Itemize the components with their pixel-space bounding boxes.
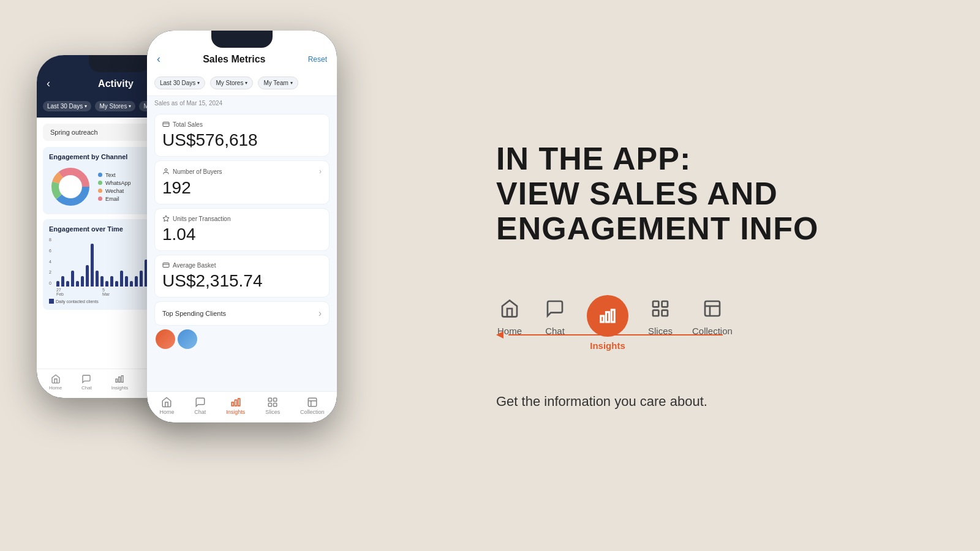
avatar-row	[154, 329, 330, 349]
filter-last30[interactable]: Last 30 Days ▾	[43, 101, 91, 111]
svg-rect-31	[662, 301, 668, 307]
nav-insights-back[interactable]: Insights	[111, 374, 129, 391]
channel-legend: Text WhatsApp Wechat	[98, 172, 131, 202]
reset-button[interactable]: Reset	[308, 55, 327, 64]
buyers-icon	[162, 168, 170, 175]
svg-marker-36	[496, 331, 503, 339]
bar	[135, 276, 138, 287]
back-button-activity[interactable]: ‹	[47, 77, 50, 90]
bar	[130, 281, 133, 287]
svg-rect-26	[308, 398, 317, 407]
metric-header-basket: Average Basket	[162, 261, 322, 269]
headline-line2b: ENGAGEMENT INFO	[496, 211, 818, 246]
bar	[105, 281, 108, 287]
sales-bottom-nav: Home Chat Insights Slices Collection	[147, 391, 337, 422]
nav-home-back[interactable]: Home	[49, 374, 62, 391]
filter-stores[interactable]: My Stores ▾	[95, 101, 135, 111]
svg-rect-6	[119, 377, 121, 383]
svg-rect-32	[653, 310, 658, 316]
svg-point-4	[59, 176, 81, 198]
nav-collection-front[interactable]: Collection	[300, 397, 325, 415]
sales-filter-bar: Last 30 Days ▾ My Stores ▾ My Team ▾	[147, 72, 337, 96]
bar	[66, 281, 69, 287]
legend-text: Text	[98, 172, 131, 178]
collection-icon-large	[703, 299, 722, 318]
nav-home-front[interactable]: Home	[159, 397, 174, 415]
svg-rect-30	[653, 301, 658, 307]
basket-icon	[162, 261, 170, 269]
nav-chat-front[interactable]: Chat	[194, 397, 206, 415]
units-icon	[162, 215, 170, 222]
insights-icon-large	[598, 307, 617, 325]
bar	[110, 276, 113, 287]
legend-email: Email	[98, 196, 131, 202]
metric-value-total: US$576,618	[162, 130, 322, 150]
svg-rect-17	[163, 263, 169, 268]
nav-insights-front[interactable]: Insights	[226, 397, 245, 415]
buyers-chevron: ›	[319, 167, 322, 176]
svg-point-15	[165, 169, 167, 171]
svg-rect-24	[268, 403, 271, 407]
text-section: IN THE APP: VIEW SALES AND ENGAGEMENT IN…	[459, 0, 980, 551]
top-spending-card[interactable]: Top Spending Clients ›	[154, 301, 330, 326]
svg-rect-21	[238, 399, 239, 406]
metric-header-units: Units per Transaction	[162, 215, 322, 222]
phones-section: ‹ Activity Last 30 Days ▾ My Stores ▾ My…	[0, 0, 459, 551]
metric-buyers[interactable]: Number of Buyers › 192	[154, 160, 330, 204]
bar	[76, 281, 79, 287]
top-spending-label: Top Spending Clients	[162, 310, 226, 317]
arrow-line	[496, 326, 723, 344]
metric-label-total: Total Sales	[162, 121, 203, 128]
back-button-sales[interactable]: ‹	[157, 53, 160, 66]
chat-icon-back	[81, 374, 91, 384]
sales-filter-stores[interactable]: My Stores ▾	[210, 77, 253, 89]
svg-rect-20	[235, 400, 236, 406]
legend-dot-wechat	[98, 189, 102, 193]
nav-large-collection-icon	[699, 295, 726, 322]
bar	[120, 271, 123, 287]
nav-large-chat-icon	[541, 295, 568, 322]
chart-legend-dot	[49, 299, 54, 304]
svg-rect-5	[116, 379, 118, 382]
bar	[71, 271, 74, 287]
legend-dot-text	[98, 173, 102, 177]
bar	[96, 271, 99, 287]
collection-icon-front	[307, 397, 318, 408]
svg-rect-34	[705, 301, 720, 316]
metric-value-units: 1.04	[162, 225, 322, 244]
bar	[56, 281, 59, 287]
sales-title: Sales Metrics	[203, 54, 265, 65]
sales-screen: ‹ Sales Metrics Reset Last 30 Days ▾ My …	[147, 31, 337, 422]
bar	[115, 281, 118, 287]
home-icon-front	[161, 397, 172, 408]
sales-filter-team[interactable]: My Team ▾	[258, 77, 298, 89]
legend-wechat: Wechat	[98, 188, 131, 194]
legend-dot-email	[98, 197, 102, 201]
metric-header-buyers: Number of Buyers ›	[162, 167, 322, 176]
sales-content: Total Sales US$576,618 Number of Buyers …	[147, 110, 337, 391]
insights-icon-front	[230, 397, 241, 408]
metric-units: Units per Transaction 1.04	[154, 208, 330, 251]
sales-filter-last30[interactable]: Last 30 Days ▾	[154, 77, 205, 89]
bar	[86, 265, 89, 287]
metric-total-sales: Total Sales US$576,618	[154, 114, 330, 157]
nav-large-slices-icon	[647, 295, 674, 322]
sales-date: Sales as of Mar 15, 2024	[147, 96, 337, 110]
metric-label-units: Units per Transaction	[162, 215, 231, 222]
bar	[125, 276, 128, 287]
svg-rect-7	[122, 376, 124, 383]
chat-icon-front	[195, 397, 206, 408]
svg-rect-23	[274, 398, 277, 401]
bar	[91, 244, 94, 287]
legend-dot-whatsapp	[98, 181, 102, 185]
metric-value-buyers: 192	[162, 178, 322, 198]
home-icon-large	[500, 299, 519, 318]
insights-icon-back	[115, 374, 124, 384]
nav-chat-back[interactable]: Chat	[81, 374, 92, 391]
phone-notch-back	[89, 55, 150, 72]
svg-rect-22	[268, 398, 271, 401]
metric-header-total: Total Sales	[162, 121, 322, 128]
donut-chart	[49, 165, 92, 208]
nav-slices-front[interactable]: Slices	[265, 397, 280, 415]
svg-rect-19	[232, 402, 233, 406]
